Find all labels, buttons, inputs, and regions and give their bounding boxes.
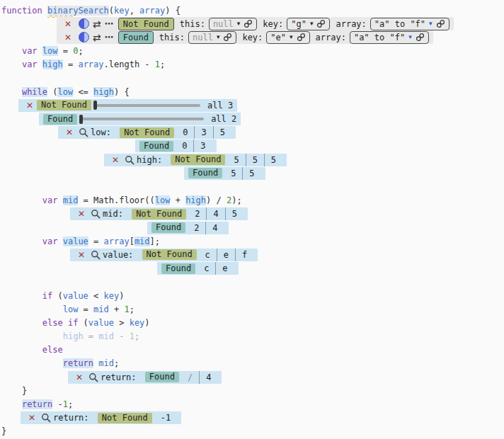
param-dropdown[interactable]: null▾ bbox=[209, 18, 257, 30]
code-token bbox=[1, 87, 22, 97]
blank-line bbox=[1, 275, 504, 289]
close-icon[interactable]: ✕ bbox=[25, 413, 39, 423]
more-options-icon[interactable]: ⋯ bbox=[105, 19, 115, 28]
value-cell: 3 bbox=[193, 139, 212, 152]
value-cell: / bbox=[181, 371, 199, 384]
code-token: = bbox=[88, 236, 104, 246]
link-icon[interactable] bbox=[416, 33, 425, 42]
code-token: , bbox=[130, 6, 139, 16]
toggle-icon[interactable] bbox=[79, 32, 89, 42]
code-editor: function binarySearch(key, array) {✕⇄⋯No… bbox=[0, 0, 504, 438]
code-token: if bbox=[68, 318, 78, 328]
close-icon[interactable]: ✕ bbox=[108, 155, 122, 165]
code-text: var high = array.length - 1; bbox=[1, 59, 165, 69]
swap-arrows-icon[interactable]: ⇄ bbox=[93, 19, 101, 29]
code-token: ) { bbox=[114, 87, 130, 97]
caret-down-icon: ▾ bbox=[408, 34, 412, 40]
slider-track[interactable] bbox=[80, 118, 204, 120]
close-icon[interactable]: ✕ bbox=[61, 33, 75, 42]
code-token: high bbox=[63, 331, 84, 341]
close-icon[interactable]: ✕ bbox=[62, 127, 76, 137]
more-options-icon[interactable]: ⋯ bbox=[105, 33, 115, 42]
search-icon[interactable] bbox=[88, 209, 103, 219]
value-cell: c bbox=[199, 249, 217, 261]
code-line: else bbox=[1, 343, 504, 357]
param-value: null bbox=[193, 33, 213, 42]
value-cell: 4 bbox=[205, 222, 224, 234]
code-token bbox=[1, 331, 63, 341]
code-token bbox=[1, 291, 42, 301]
slider-thumb[interactable] bbox=[79, 115, 83, 124]
status-badge: Not Found bbox=[171, 154, 225, 165]
code-line: } bbox=[1, 425, 504, 438]
code-token: ) bbox=[144, 318, 149, 328]
log-widget-row: ✕high: Not Found555 bbox=[1, 153, 504, 166]
caret-down-icon: ▾ bbox=[290, 34, 293, 40]
search-icon[interactable] bbox=[88, 250, 103, 260]
value-log-widget-secondary: Found24 bbox=[147, 222, 229, 234]
link-icon[interactable] bbox=[316, 19, 326, 28]
close-icon[interactable]: ✕ bbox=[23, 101, 37, 110]
value-cell: 4 bbox=[199, 371, 217, 384]
link-icon[interactable] bbox=[436, 19, 445, 28]
code-token bbox=[1, 46, 22, 56]
value-cell: 5 bbox=[264, 154, 282, 166]
toggle-icon[interactable] bbox=[79, 18, 89, 29]
code-token: var bbox=[42, 195, 63, 205]
code-text: low = mid + 1; bbox=[1, 304, 134, 314]
code-token: = Math.floor(( bbox=[78, 195, 154, 205]
status-badge: Not Found bbox=[37, 100, 91, 110]
close-icon[interactable]: ✕ bbox=[74, 209, 88, 219]
code-token: = bbox=[63, 59, 79, 69]
iteration-slider[interactable] bbox=[94, 101, 200, 110]
status-badge[interactable]: Found bbox=[118, 31, 154, 44]
param-dropdown[interactable]: "g"▾ bbox=[287, 18, 330, 30]
value-cells: 55 bbox=[224, 167, 260, 180]
status-badge[interactable]: Not Found bbox=[118, 18, 174, 30]
code-token: .length - bbox=[104, 59, 155, 69]
close-icon[interactable]: ✕ bbox=[74, 250, 88, 260]
param-label: this: bbox=[159, 33, 185, 42]
code-text: var value = array[mid]; bbox=[1, 236, 160, 246]
status-badge: Found bbox=[139, 141, 173, 152]
status-badge: Found bbox=[145, 372, 179, 382]
search-icon[interactable] bbox=[86, 372, 101, 382]
param-value: "a" to "f" bbox=[354, 33, 405, 42]
search-icon[interactable] bbox=[39, 413, 53, 423]
link-icon[interactable] bbox=[244, 19, 253, 28]
slider-thumb[interactable] bbox=[93, 101, 97, 110]
code-line: while (low <= high) { bbox=[1, 85, 504, 98]
blank-line bbox=[1, 180, 504, 193]
value-log-widget: ✕mid: Not Found245 bbox=[70, 207, 248, 220]
iteration-slider[interactable] bbox=[80, 115, 204, 124]
code-token: } bbox=[1, 386, 27, 396]
value-log-widget: ✕return: Not Found-1 bbox=[21, 411, 181, 424]
code-token: > bbox=[114, 318, 130, 328]
param-dropdown[interactable]: "e"▾ bbox=[266, 31, 309, 44]
code-token: high bbox=[42, 59, 63, 69]
search-icon[interactable] bbox=[122, 155, 137, 165]
code-text: var low = 0; bbox=[1, 46, 84, 56]
log-widget-row: ✕value: Not Foundcef bbox=[1, 248, 504, 261]
search-icon[interactable] bbox=[76, 127, 91, 137]
value-cell: 5 bbox=[242, 167, 260, 180]
param-dropdown[interactable]: "a" to "f"▾ bbox=[370, 18, 449, 30]
link-icon[interactable] bbox=[223, 33, 232, 42]
status-badge: Not Found bbox=[142, 249, 197, 260]
param-dropdown[interactable]: null▾ bbox=[188, 31, 236, 44]
code-token: binar bbox=[47, 6, 73, 16]
close-icon[interactable]: ✕ bbox=[61, 19, 75, 29]
status-badge: Found bbox=[151, 222, 185, 233]
param-dropdown[interactable]: "a" to "f"▾ bbox=[350, 31, 429, 44]
code-line: var mid = Math.floor((low + high) / 2); bbox=[1, 194, 504, 207]
variable-label: return: bbox=[101, 372, 142, 382]
value-log-widget-secondary: Found03 bbox=[135, 139, 217, 152]
caret-down-icon: ▾ bbox=[217, 34, 220, 40]
close-icon[interactable]: ✕ bbox=[72, 372, 86, 382]
value-log-widget-secondary: Found55 bbox=[184, 167, 265, 180]
code-token bbox=[63, 318, 68, 328]
link-icon[interactable] bbox=[297, 33, 306, 42]
value-cell: 5 bbox=[225, 207, 244, 220]
slider-track[interactable] bbox=[94, 104, 200, 107]
swap-arrows-icon[interactable]: ⇄ bbox=[93, 33, 101, 42]
